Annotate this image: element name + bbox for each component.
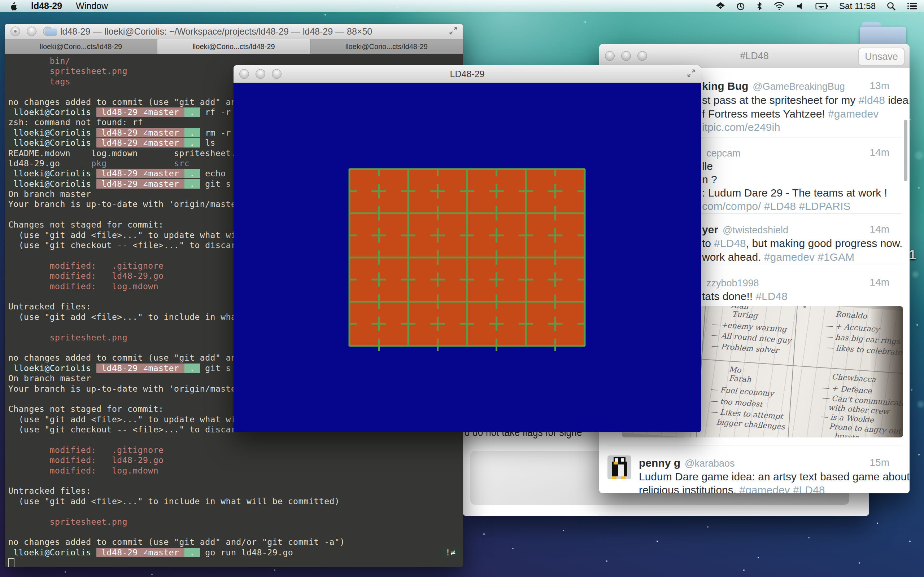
photo-handwriting: — + Accuracy	[825, 321, 880, 334]
terminal-text: Untracked files:	[8, 302, 91, 311]
tweet-link[interactable]: #1GAM	[817, 251, 855, 263]
terminal-text: pkg	[91, 159, 107, 168]
scrollbar-thumb[interactable]	[904, 120, 908, 181]
active-app-name[interactable]: ld48-29	[31, 1, 62, 11]
prompt-command: ls	[200, 138, 215, 148]
twitter-titlebar[interactable]: #LD48 Unsave	[599, 44, 909, 68]
terminal-text: spritesheet.png	[8, 517, 128, 527]
tweet-link[interactable]: #gamedev	[739, 484, 790, 493]
tweet-link[interactable]: #LDPARIS	[799, 200, 850, 212]
tweet-link[interactable]: #gamedev	[828, 108, 879, 120]
battery-icon[interactable]	[815, 2, 828, 10]
photo-row-line	[677, 357, 903, 374]
tweet-link[interactable]: #LD48	[764, 200, 796, 212]
menu-clock[interactable]: Sat 11:58	[839, 1, 876, 11]
photo-handwriting: Turing	[732, 310, 758, 320]
game-title: LD48-29	[234, 65, 701, 82]
bluetooth-icon[interactable]	[756, 1, 762, 11]
tweet-author[interactable]: yer	[702, 224, 718, 235]
prompt-branch: ld48-29 ∠master	[96, 548, 184, 557]
terminal-titlebar[interactable]: ld48-29 — lloeki@Coriolis: ~/Workspace/p…	[5, 24, 463, 39]
expand-icon[interactable]	[449, 26, 458, 37]
tweet-link[interactable]: com/compo/	[702, 200, 764, 212]
photo-handwriting: — Fuel economy	[709, 385, 774, 398]
tweet-header: penny g@karabaos	[639, 457, 735, 469]
tweet-text: st pass at the spritesheet for my #ld48 …	[702, 94, 909, 106]
tweet-timestamp: 14m	[870, 224, 889, 235]
terminal-line	[8, 506, 463, 516]
volume-icon[interactable]	[796, 2, 804, 11]
terminal-line: lloeki@Coriolis ld48-29 ∠master . !≠ go …	[8, 548, 463, 558]
tweet-link[interactable]: #gamedev	[764, 251, 815, 263]
tweet-handle[interactable]: @twistedshield	[723, 225, 788, 235]
unsave-button[interactable]: Unsave	[858, 48, 905, 66]
prompt-branch: ld48-29 ∠master	[96, 169, 184, 178]
prompt-status: .	[184, 364, 200, 373]
dropbox-icon[interactable]	[716, 2, 725, 11]
prompt-user: lloeki@Coriolis	[8, 179, 96, 189]
tweet-link[interactable]: #LD48	[714, 237, 746, 249]
tweet-header: zzybob1998	[702, 277, 759, 289]
terminal-tab-bar: lloeki@Corio...cts/ld48-29lloeki@Corio..…	[5, 39, 463, 54]
tweet-text: f Fortress meets Yahtzee! #gamedev	[702, 108, 879, 120]
tweet-author[interactable]: king Bug	[702, 80, 748, 92]
tweet-link[interactable]: #ld48	[859, 94, 885, 106]
tweet-timestamp: 14m	[870, 277, 889, 288]
prompt-command: git s	[200, 179, 231, 189]
tweet-timestamp: 15m	[870, 457, 889, 469]
photo-handwriting: Farah	[729, 374, 751, 384]
terminal-tab[interactable]: lloeki@Corio...cts/ld48-29	[157, 39, 310, 54]
prompt-command: go run ld48-29.go	[200, 548, 293, 557]
spotlight-icon[interactable]	[887, 2, 896, 11]
tweet-text: to #LD48, but making good progress now.	[702, 237, 902, 250]
prompt-branch: ld48-29 ∠master	[96, 364, 184, 373]
tweet-text-run: : Ludum Dare 29 - The teams at work !	[702, 187, 887, 199]
prompt-user: lloeki@Coriolis	[8, 169, 96, 178]
time-machine-icon[interactable]	[736, 2, 745, 11]
tweet-author[interactable]: penny g	[639, 457, 680, 469]
prompt-branch: ld48-29 ∠master	[96, 108, 184, 117]
tweet-text: Ludum Dare game idea: an artsy text base…	[639, 471, 909, 483]
terminal-text: tags	[8, 77, 70, 86]
wifi-icon[interactable]	[774, 2, 785, 11]
terminal-text: bin/	[8, 56, 70, 66]
terminal-text: modified: ld48-29.go	[8, 456, 163, 465]
apple-menu-icon[interactable]	[9, 1, 17, 11]
prompt-user: lloeki@Coriolis	[8, 138, 96, 148]
game-window[interactable]: LD48-29	[234, 65, 701, 432]
prompt-status: .	[184, 169, 200, 178]
terminal-tab[interactable]: lloeki@Corio...cts/ld48-29	[5, 39, 157, 54]
tweet-text: com/compo/ #LD48 #LDPARIS	[702, 200, 850, 213]
terminal-text: spritesheet.png	[8, 66, 128, 76]
terminal-text: Your branch is up-to-date with 'origin/m…	[8, 200, 236, 209]
terminal-text: src	[174, 159, 189, 168]
terminal-text: Changes not staged for commit:	[8, 404, 163, 414]
stray-badge: 1	[909, 247, 916, 263]
tweet-text-run: f Fortress meets Yahtzee!	[702, 108, 828, 120]
tweet-link[interactable]: #LD48	[756, 290, 787, 302]
prompt-branch: ld48-29 ∠master	[96, 179, 184, 189]
terminal-text: Untracked files:	[8, 486, 91, 495]
prompt-status: .	[184, 138, 200, 148]
tweet-link[interactable]: itpic.com/e249ih	[702, 121, 780, 133]
tweet-handle[interactable]: zzybob1998	[706, 278, 759, 288]
tweet-handle[interactable]: cepcam	[706, 148, 741, 159]
terminal-text: (use "git checkout -- <file>..." to disc…	[8, 240, 236, 250]
terminal-title: ld48-29 — lloeki@Coriolis: ~/Workspace/p…	[5, 24, 463, 39]
terminal-line: Untracked files:	[8, 486, 463, 496]
tweet-handle[interactable]: @karabaos	[685, 458, 735, 469]
tweet-text-run: tats done!!	[702, 290, 756, 302]
terminal-line	[8, 435, 463, 445]
photo-handwriting: Ronaldo	[835, 310, 867, 321]
terminal-text: no changes added to commit (use "git add…	[8, 353, 236, 363]
tweet-link[interactable]: #LD48	[793, 484, 825, 493]
photo-column-line	[787, 306, 798, 437]
expand-icon[interactable]	[687, 69, 696, 79]
tweet-header: king Bug@GameBreakingBug	[702, 80, 845, 92]
terminal-text: modified: .gitignore	[8, 261, 163, 271]
notification-center-icon[interactable]	[907, 2, 918, 11]
menu-item-window[interactable]: Window	[76, 1, 108, 11]
terminal-tab[interactable]: lloeki@Corio...cts/ld48-29	[310, 39, 463, 54]
tweet-handle[interactable]: @GameBreakingBug	[753, 81, 845, 92]
game-titlebar[interactable]: LD48-29	[234, 65, 701, 83]
